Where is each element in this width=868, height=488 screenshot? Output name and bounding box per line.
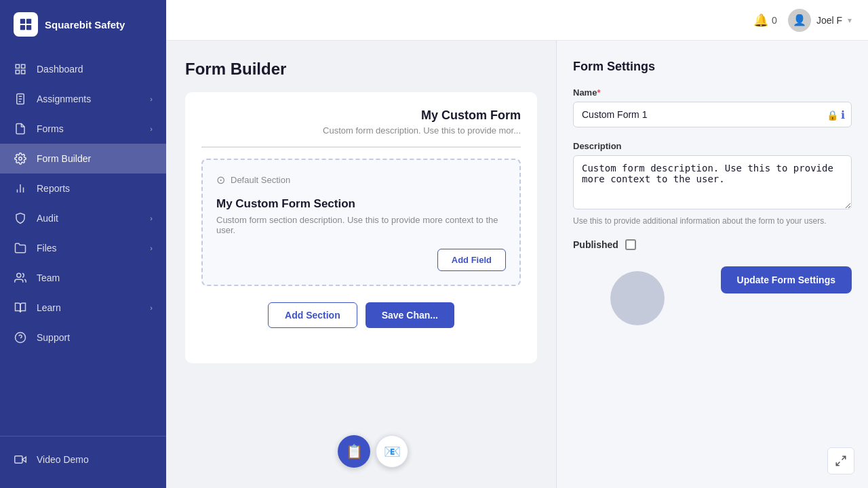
svg-point-12 [19, 157, 22, 161]
description-textarea[interactable]: Custom form description. Use this to pro… [573, 155, 852, 209]
name-input[interactable] [573, 102, 852, 127]
form-builder-card: My Custom Form Custom form description. … [185, 92, 537, 363]
add-field-button[interactable]: Add Field [437, 249, 506, 271]
content-wrapper: Form Builder My Custom Form Custom form … [166, 41, 868, 488]
page-title: Form Builder [185, 60, 537, 79]
form-builder-area: Form Builder My Custom Form Custom form … [166, 41, 556, 488]
published-row: Published [573, 239, 852, 250]
section-title: My Custom Form Section [216, 197, 506, 211]
sidebar-item-support[interactable]: Support [0, 323, 166, 352]
svg-rect-20 [15, 456, 22, 464]
email-float-button[interactable]: 📧 [376, 435, 408, 468]
app-name: Squarebit Safety [45, 19, 125, 30]
assignments-icon [14, 92, 27, 106]
clipboard-float-button[interactable]: 📋 [338, 435, 370, 468]
svg-line-21 [842, 456, 846, 460]
sidebar-item-team[interactable]: Team [0, 263, 166, 293]
update-form-settings-button[interactable]: Update Form Settings [721, 266, 852, 293]
sidebar-item-dashboard[interactable]: Dashboard [0, 54, 166, 84]
notification-count: 0 [772, 15, 777, 26]
form-title: My Custom Form [201, 108, 521, 123]
section-content: My Custom Form Section Custom form secti… [216, 197, 506, 235]
svg-rect-6 [16, 70, 19, 74]
sidebar-item-label: Form Builder [37, 153, 91, 164]
support-icon [14, 331, 27, 344]
sidebar-item-forms[interactable]: Forms › [0, 114, 166, 144]
svg-rect-3 [26, 25, 31, 30]
sidebar-item-label: Forms [37, 123, 64, 134]
sidebar-item-assignments[interactable]: Assignments › [0, 84, 166, 114]
reports-icon [14, 182, 27, 195]
chevron-right-icon: › [150, 244, 153, 252]
section-label: Default Section [231, 175, 290, 185]
save-changes-button[interactable]: Save Chan... [366, 302, 454, 328]
sidebar-navigation: Dashboard Assignments › Forms › [0, 49, 166, 436]
section-card: ⊙ Default Section My Custom Form Section… [201, 159, 521, 286]
svg-rect-1 [26, 19, 31, 24]
required-star: * [597, 87, 600, 98]
description-field-group: Description Custom form description. Use… [573, 141, 852, 226]
svg-point-16 [17, 273, 21, 277]
team-icon [14, 271, 27, 285]
published-label: Published [573, 239, 618, 250]
app-logo: Squarebit Safety [0, 0, 166, 49]
svg-rect-4 [16, 64, 19, 68]
name-input-wrapper: 🔒 ℹ [573, 102, 852, 127]
chevron-right-icon: › [150, 214, 153, 222]
sidebar-item-audit[interactable]: Audit › [0, 203, 166, 233]
svg-rect-5 [22, 64, 25, 68]
input-icons: 🔒 ℹ [827, 108, 845, 121]
sidebar-item-label: Assignments [37, 94, 91, 104]
files-icon [14, 241, 27, 255]
main-area: 🔔 0 👤 Joel F ▾ Form Builder My Custom Fo… [166, 0, 868, 488]
svg-rect-2 [20, 25, 25, 30]
sidebar: Squarebit Safety Dashboard Assignments › [0, 0, 166, 488]
form-description-preview: Custom form description. Use this to pro… [201, 125, 521, 136]
form-builder-icon [14, 152, 27, 165]
user-name: Joel F [816, 15, 842, 26]
dashboard-icon [14, 62, 27, 76]
form-footer: Add Section Save Chan... [201, 302, 521, 328]
section-header: ⊙ Default Section [216, 174, 506, 186]
sidebar-item-label: Support [37, 332, 70, 343]
svg-rect-7 [22, 70, 25, 74]
sidebar-item-video-demo[interactable]: Video Demo [0, 445, 166, 474]
sidebar-item-files[interactable]: Files › [0, 233, 166, 263]
section-description: Custom form section description. Use thi… [216, 215, 506, 235]
sidebar-item-reports[interactable]: Reports [0, 174, 166, 203]
logo-icon [14, 12, 38, 37]
sidebar-footer: Video Demo [0, 436, 166, 488]
sidebar-item-label: Audit [37, 213, 58, 224]
corner-expand-button[interactable] [827, 447, 854, 474]
published-checkbox[interactable] [625, 239, 636, 250]
avatar: 👤 [788, 9, 811, 32]
svg-rect-0 [20, 19, 25, 24]
settings-panel: Form Settings Name* 🔒 ℹ Description Cust… [556, 41, 868, 488]
info-icon: ℹ [841, 108, 845, 121]
notification-button[interactable]: 🔔 0 [753, 13, 777, 28]
sidebar-item-label: Video Demo [37, 454, 89, 465]
chevron-down-icon: ▾ [848, 16, 852, 25]
video-demo-icon [14, 453, 27, 466]
sidebar-item-label: Dashboard [37, 64, 83, 75]
svg-line-22 [836, 462, 840, 466]
add-section-button[interactable]: Add Section [268, 302, 357, 328]
sidebar-item-form-builder[interactable]: Form Builder [0, 144, 166, 174]
chevron-right-icon: › [150, 125, 153, 133]
lock-icon: 🔒 [827, 109, 838, 120]
user-menu-button[interactable]: 👤 Joel F ▾ [788, 9, 852, 32]
bell-icon: 🔔 [753, 13, 768, 28]
forms-icon [14, 122, 27, 136]
drag-handle-icon: ⊙ [216, 174, 225, 186]
description-label: Description [573, 141, 852, 151]
bottom-float-buttons: 📋 📧 [338, 435, 408, 468]
topbar: 🔔 0 👤 Joel F ▾ [166, 0, 868, 41]
form-header: My Custom Form Custom form description. … [201, 108, 521, 148]
sidebar-item-label: Learn [37, 302, 61, 313]
sidebar-item-label: Files [37, 243, 57, 253]
name-label: Name* [573, 87, 852, 98]
settings-title: Form Settings [573, 60, 852, 74]
sidebar-item-learn[interactable]: Learn › [0, 293, 166, 323]
description-hint: Use this to provide additional informati… [573, 216, 852, 226]
audit-icon [14, 211, 27, 225]
